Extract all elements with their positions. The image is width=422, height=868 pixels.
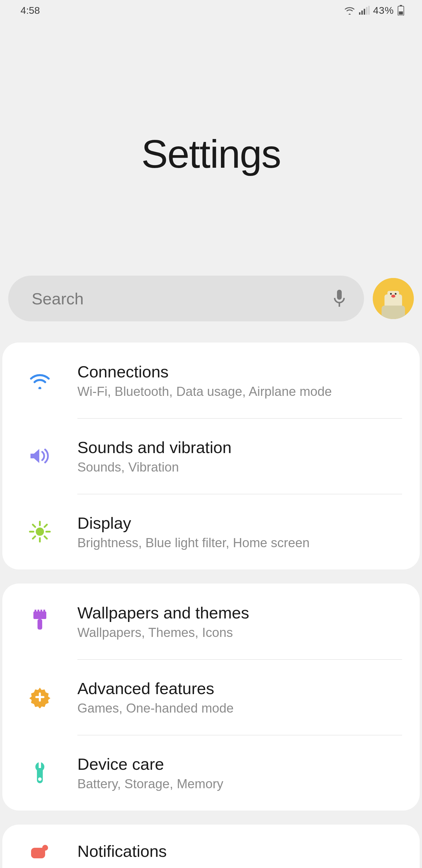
brightness-icon [2,520,77,544]
row-title: Sounds and vibration [77,438,402,457]
row-subtitle: Sounds, Vibration [77,460,402,474]
svg-point-14 [395,293,396,295]
status-bar: 4:58 43% [0,0,422,21]
svg-rect-7 [399,11,403,15]
svg-line-23 [44,536,47,539]
row-connections[interactable]: Connections Wi-Fi, Bluetooth, Data usage… [2,342,420,418]
row-title: Advanced features [77,679,402,698]
svg-rect-28 [37,610,39,613]
row-display[interactable]: Display Brightness, Blue light filter, H… [2,494,420,569]
svg-rect-3 [366,7,367,15]
battery-icon [397,5,404,16]
row-subtitle: Wallpapers, Themes, Icons [77,625,402,640]
row-title: Connections [77,362,402,381]
svg-rect-31 [37,619,42,629]
search-input[interactable]: Search [8,276,364,321]
svg-rect-0 [359,12,360,15]
profile-avatar[interactable] [373,278,414,319]
svg-point-37 [42,845,48,851]
wrench-icon [2,761,77,784]
row-notifications[interactable]: Notifications [2,825,420,868]
sound-icon [2,447,77,465]
svg-point-13 [390,293,392,295]
battery-percentage: 43% [373,5,394,16]
row-subtitle: Games, One-handed mode [77,701,402,715]
status-time: 4:58 [21,5,40,16]
notification-icon [2,844,77,861]
row-title: Device care [77,754,402,774]
svg-rect-16 [382,306,405,319]
svg-rect-1 [361,10,363,15]
row-title: Wallpapers and themes [77,603,402,622]
svg-rect-30 [43,610,45,613]
row-advanced-features[interactable]: Advanced features Games, One-handed mode [2,659,420,735]
wifi-icon [2,372,77,389]
svg-point-17 [36,528,44,536]
svg-rect-35 [39,762,41,768]
row-wallpapers-themes[interactable]: Wallpapers and themes Wallpapers, Themes… [2,584,420,659]
search-placeholder: Search [32,289,332,308]
microphone-icon[interactable] [332,288,347,309]
row-device-care[interactable]: Device care Battery, Storage, Memory [2,735,420,810]
status-right-cluster: 43% [344,5,404,16]
gear-plus-icon [2,686,77,708]
row-title: Notifications [77,842,402,861]
settings-group-1: Connections Wi-Fi, Bluetooth, Data usage… [2,342,420,569]
row-sounds-vibration[interactable]: Sounds and vibration Sounds, Vibration [2,418,420,494]
row-subtitle: Battery, Storage, Memory [77,776,402,791]
svg-rect-29 [40,610,42,613]
svg-rect-4 [368,6,369,15]
page-title: Settings [141,131,281,177]
svg-rect-2 [364,9,365,15]
brush-icon [2,610,77,633]
row-title: Display [77,514,402,532]
svg-line-24 [33,536,35,539]
row-subtitle: Brightness, Blue light filter, Home scre… [77,535,402,550]
wifi-status-icon [344,6,355,15]
search-row: Search [0,276,422,321]
svg-point-34 [38,777,42,781]
svg-line-25 [44,525,47,527]
row-subtitle: Wi-Fi, Bluetooth, Data usage, Airplane m… [77,384,402,399]
settings-group-3: Notifications [2,825,420,868]
signal-icon [359,6,369,15]
svg-rect-27 [35,610,36,613]
settings-group-2: Wallpapers and themes Wallpapers, Themes… [2,584,420,810]
svg-point-15 [391,295,395,298]
svg-line-22 [33,525,35,527]
hero-area: Settings [0,21,422,276]
svg-rect-8 [337,290,342,300]
